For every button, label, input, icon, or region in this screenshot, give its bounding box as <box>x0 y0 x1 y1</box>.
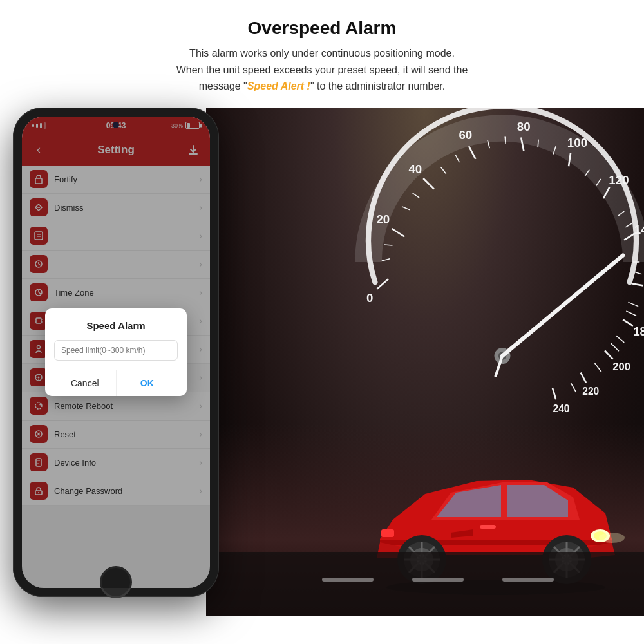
svg-line-34 <box>538 139 538 147</box>
svg-text:0: 0 <box>366 291 373 305</box>
svg-line-31 <box>455 155 459 162</box>
speedometer: 0 20 40 60 80 100 120 <box>335 108 644 430</box>
phone-container: 09:43 30% ‹ Setting <box>13 108 232 610</box>
page-title: Overspeed Alarm <box>39 18 605 39</box>
svg-line-2 <box>392 229 404 236</box>
modal-overlay: Speed Alarm Cancel OK <box>22 117 210 588</box>
desc-line1: This alarm works only under continuous p… <box>189 48 455 59</box>
description: This alarm works only under continuous p… <box>39 45 605 95</box>
modal-buttons: Cancel OK <box>54 370 178 396</box>
svg-text:40: 40 <box>408 162 422 175</box>
desc-line4: " to the administrator number. <box>310 80 445 91</box>
svg-line-41 <box>635 272 641 274</box>
modal-cancel-button[interactable]: Cancel <box>54 370 117 396</box>
svg-line-18 <box>623 319 633 325</box>
svg-line-6 <box>469 146 475 159</box>
svg-rect-79 <box>502 578 554 582</box>
modal-title: Speed Alarm <box>54 320 178 331</box>
svg-line-33 <box>505 136 506 144</box>
header-section: Overspeed Alarm This alarm works only un… <box>0 0 644 108</box>
desc-line2: When the unit speed exceeds your preset … <box>176 64 468 75</box>
svg-rect-56 <box>381 529 394 537</box>
background-scene: 0 20 40 60 80 100 120 <box>206 108 644 616</box>
svg-line-45 <box>611 343 618 351</box>
svg-line-26 <box>382 259 390 261</box>
svg-line-42 <box>629 302 639 306</box>
svg-text:200: 200 <box>612 361 630 373</box>
svg-line-44 <box>616 336 624 342</box>
svg-line-47 <box>571 383 576 392</box>
phone-screen: 09:43 30% ‹ Setting <box>22 117 210 588</box>
svg-line-0 <box>377 279 389 289</box>
modal-ok-button[interactable]: OK <box>117 370 178 396</box>
svg-text:120: 120 <box>609 173 629 187</box>
svg-line-43 <box>626 311 636 316</box>
svg-rect-77 <box>322 578 374 582</box>
svg-text:100: 100 <box>567 136 587 149</box>
svg-rect-76 <box>206 552 644 616</box>
svg-line-30 <box>440 167 446 173</box>
speed-limit-input[interactable] <box>54 340 178 361</box>
svg-line-50 <box>502 255 623 355</box>
svg-rect-78 <box>412 578 464 582</box>
svg-line-22 <box>581 372 586 383</box>
svg-line-16 <box>632 283 643 285</box>
svg-text:180: 180 <box>634 325 644 338</box>
svg-line-28 <box>402 206 410 209</box>
svg-text:140: 140 <box>634 223 644 236</box>
svg-text:60: 60 <box>459 128 472 141</box>
main-content: 0 20 40 60 80 100 120 <box>0 108 644 616</box>
modal-dialog: Speed Alarm Cancel OK <box>45 308 187 396</box>
svg-line-20 <box>605 350 612 359</box>
svg-line-46 <box>595 363 601 372</box>
phone-shell: 09:43 30% ‹ Setting <box>13 108 219 597</box>
svg-text:20: 20 <box>376 212 390 225</box>
svg-line-27 <box>384 245 392 245</box>
road-lines <box>206 552 644 616</box>
svg-text:80: 80 <box>517 120 531 133</box>
desc-line3: message " <box>199 80 247 91</box>
svg-text:220: 220 <box>582 386 599 397</box>
svg-rect-75 <box>480 525 496 529</box>
svg-text:240: 240 <box>553 403 570 414</box>
svg-point-55 <box>599 533 625 543</box>
svg-line-24 <box>553 388 556 399</box>
svg-line-29 <box>413 193 419 198</box>
highlight-text: Speed Alert ! <box>247 80 310 91</box>
svg-line-4 <box>423 178 434 189</box>
